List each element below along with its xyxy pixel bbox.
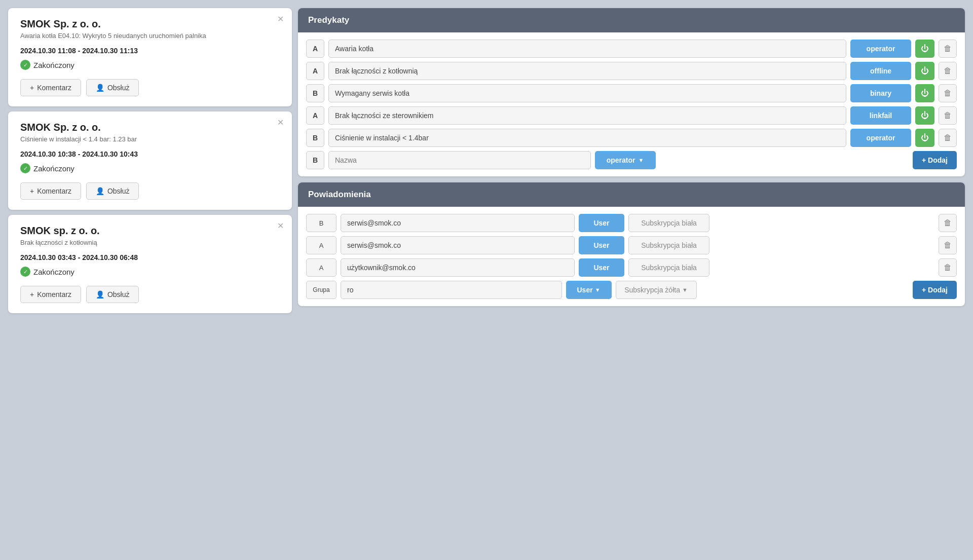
person-icon-0: 👤: [96, 84, 104, 92]
notif-sub-1: Subskrypcja biała: [628, 236, 709, 254]
notif-new-sub-btn[interactable]: Subskrypcja żółta ▼: [616, 281, 697, 299]
pred-delete-btn-2[interactable]: 🗑: [939, 84, 957, 102]
notif-delete-btn-0[interactable]: 🗑: [939, 214, 957, 232]
card-subtitle-1: Ciśnienie w instalacji < 1.4 bar: 1.23 b…: [20, 135, 280, 143]
card-time-1: 2024.10.30 10:38 - 2024.10.30 10:43: [20, 150, 280, 158]
pred-power-btn-1[interactable]: ⏻: [915, 62, 934, 80]
card-close-1[interactable]: ✕: [277, 119, 284, 127]
pred-row-0: A Awaria kotła operator ⏻ 🗑: [306, 40, 957, 58]
notif-badge-1: A: [306, 236, 336, 254]
card-status-2: ✓ Zakończony: [20, 267, 280, 277]
notif-sub-0: Subskrypcja biała: [628, 214, 709, 232]
card-subtitle-0: Awaria kotła E04.10: Wykryto 5 nieudanyc…: [20, 32, 280, 40]
pred-new-name[interactable]: [328, 151, 591, 169]
notif-new-user-arrow: ▼: [595, 287, 601, 293]
card-actions-0: + Komentarz 👤 Obsłuż: [20, 79, 280, 96]
card-0: ✕ SMOK Sp. z o. o. Awaria kotła E04.10: …: [8, 8, 292, 106]
pred-row-1: A Brak łączności z kotłownią offline ⏻ 🗑: [306, 62, 957, 80]
pred-delete-btn-1[interactable]: 🗑: [939, 62, 957, 80]
notif-user-btn-1[interactable]: User: [579, 236, 624, 254]
card-status-0: ✓ Zakończony: [20, 60, 280, 70]
pred-row-3: A Brak łączności ze sterownikiem linkfai…: [306, 106, 957, 125]
pred-row-2: B Wymagany serwis kotła binary ⏻ 🗑: [306, 84, 957, 102]
pred-new-badge: B: [306, 151, 324, 169]
comment-button-0[interactable]: + Komentarz: [20, 79, 81, 96]
notif-delete-btn-2[interactable]: 🗑: [939, 258, 957, 277]
predykaty-header: Predykaty: [298, 8, 965, 32]
pred-new-type-btn[interactable]: operator ▼: [595, 151, 656, 169]
pred-badge-1: A: [306, 62, 324, 80]
pred-badge-4: B: [306, 129, 324, 147]
card-title-2: SMOK sp. z o. o.: [20, 225, 280, 237]
powiadomienia-section: Powiadomienia B serwis@smok.co User Subs…: [298, 182, 965, 306]
pred-name-4: Ciśnienie w instalacji < 1.4bar: [328, 129, 846, 147]
card-close-0[interactable]: ✕: [277, 15, 284, 23]
handle-button-0[interactable]: 👤 Obsłuż: [86, 79, 139, 96]
status-icon-1: ✓: [20, 163, 30, 173]
pred-badge-3: A: [306, 106, 324, 125]
card-actions-2: + Komentarz 👤 Obsłuż: [20, 286, 280, 303]
handle-button-2[interactable]: 👤 Obsłuż: [86, 286, 139, 303]
powiadomienia-title: Powiadomienia: [308, 190, 371, 199]
card-title-1: SMOK Sp. z o. o.: [20, 122, 280, 133]
pred-power-btn-4[interactable]: ⏻: [915, 129, 934, 147]
person-icon-2: 👤: [96, 290, 104, 298]
notif-row-2: A użytkownik@smok.co User Subskrypcja bi…: [306, 258, 957, 277]
pred-type-btn-1[interactable]: offline: [850, 62, 911, 80]
notif-new-badge: Grupa: [306, 281, 336, 299]
notif-row-0: B serwis@smok.co User Subskrypcja biała …: [306, 214, 957, 232]
notif-new-sub-arrow: ▼: [682, 287, 688, 293]
notif-email-2: użytkownik@smok.co: [341, 258, 575, 277]
notif-new-email-input[interactable]: [347, 286, 555, 294]
pred-power-btn-2[interactable]: ⏻: [915, 84, 934, 102]
pred-delete-btn-3[interactable]: 🗑: [939, 106, 957, 125]
notif-add-btn[interactable]: + Dodaj: [913, 281, 957, 299]
card-time-2: 2024.10.30 03:43 - 2024.10.30 06:48: [20, 253, 280, 262]
card-time-0: 2024.10.30 11:08 - 2024.10.30 11:13: [20, 47, 280, 55]
status-text-0: Zakończony: [33, 61, 74, 69]
card-close-2[interactable]: ✕: [277, 222, 284, 230]
pred-type-btn-4[interactable]: operator: [850, 129, 911, 147]
pred-badge-2: B: [306, 84, 324, 102]
card-actions-1: + Komentarz 👤 Obsłuż: [20, 182, 280, 200]
pred-type-btn-2[interactable]: binary: [850, 84, 911, 102]
pred-power-btn-0[interactable]: ⏻: [915, 40, 934, 58]
notif-new-email[interactable]: [341, 281, 562, 299]
powiadomienia-header: Powiadomienia: [298, 182, 965, 207]
pred-add-btn[interactable]: + Dodaj: [913, 151, 957, 169]
card-2: ✕ SMOK sp. z o. o. Brak łączności z kotł…: [8, 215, 292, 313]
pred-new-name-input[interactable]: [335, 156, 584, 164]
notif-new-user-btn[interactable]: User ▼: [566, 281, 612, 299]
card-status-1: ✓ Zakończony: [20, 163, 280, 173]
comment-button-2[interactable]: + Komentarz: [20, 286, 81, 303]
predykaty-title: Predykaty: [308, 15, 349, 25]
pred-new-type-arrow: ▼: [638, 157, 644, 163]
pred-name-1: Brak łączności z kotłownią: [328, 62, 846, 80]
pred-name-2: Wymagany serwis kotła: [328, 84, 846, 102]
notif-user-btn-2[interactable]: User: [579, 258, 624, 277]
notif-badge-0: B: [306, 214, 336, 232]
comment-icon-0: +: [30, 84, 34, 92]
pred-delete-btn-4[interactable]: 🗑: [939, 129, 957, 147]
notif-email-0: serwis@smok.co: [341, 214, 575, 232]
pred-delete-btn-0[interactable]: 🗑: [939, 40, 957, 58]
notif-delete-btn-1[interactable]: 🗑: [939, 236, 957, 254]
status-icon-2: ✓: [20, 267, 30, 277]
pred-badge-0: A: [306, 40, 324, 58]
pred-row-4: B Ciśnienie w instalacji < 1.4bar operat…: [306, 129, 957, 147]
predykaty-section: Predykaty A Awaria kotła operator ⏻ 🗑 A …: [298, 8, 965, 176]
status-text-1: Zakończony: [33, 164, 74, 173]
person-icon-1: 👤: [96, 187, 104, 195]
handle-button-1[interactable]: 👤 Obsłuż: [86, 182, 139, 200]
pred-type-btn-3[interactable]: linkfail: [850, 106, 911, 125]
pred-name-0: Awaria kotła: [328, 40, 846, 58]
comment-icon-2: +: [30, 290, 34, 298]
pred-type-btn-0[interactable]: operator: [850, 40, 911, 58]
comment-icon-1: +: [30, 187, 34, 195]
pred-power-btn-3[interactable]: ⏻: [915, 106, 934, 125]
comment-button-1[interactable]: + Komentarz: [20, 182, 81, 200]
left-panel: ✕ SMOK Sp. z o. o. Awaria kotła E04.10: …: [8, 8, 292, 552]
notif-user-btn-0[interactable]: User: [579, 214, 624, 232]
notif-email-1: serwis@smok.co: [341, 236, 575, 254]
notif-sub-2: Subskrypcja biała: [628, 258, 709, 277]
